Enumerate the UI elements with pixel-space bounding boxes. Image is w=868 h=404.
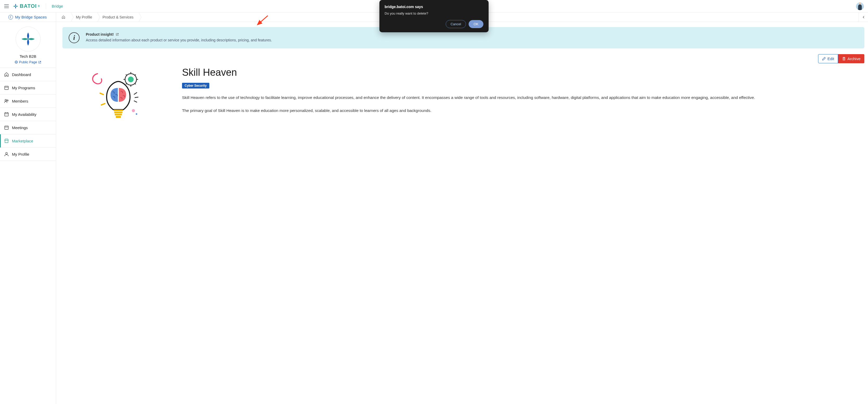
user-icon	[4, 152, 9, 156]
org-logo	[16, 27, 40, 52]
svg-rect-26	[115, 114, 122, 115]
sidebar-item-label: Dashboard	[12, 73, 31, 77]
action-bar: Edit Archive	[62, 54, 864, 63]
cancel-button[interactable]: Cancel	[446, 20, 466, 28]
product-detail: Skill Heaven Cyber Security Skill Heaven…	[182, 65, 864, 115]
svg-rect-7	[5, 113, 8, 116]
sidebar-item-label: Meetings	[12, 125, 28, 130]
edit-button[interactable]: Edit	[818, 54, 838, 63]
svg-point-6	[7, 100, 8, 101]
breadcrumb-label: My Profile	[76, 15, 92, 19]
sidebar-item-marketplace[interactable]: Marketplace	[0, 134, 56, 148]
sidebar-profile: Tech B2B Public Page	[0, 22, 56, 68]
insight-title: Product insight!	[86, 32, 272, 36]
app-name[interactable]: Bridge	[52, 4, 63, 8]
globe-icon	[14, 60, 18, 64]
product-title: Skill Heaven	[182, 67, 864, 78]
home-icon	[4, 72, 9, 77]
archive-button-label: Archive	[847, 57, 861, 61]
breadcrumb-item-products[interactable]: Product & Services	[97, 12, 138, 22]
sidebar-item-profile[interactable]: My Profile	[0, 148, 56, 161]
home-icon	[61, 16, 65, 19]
product-detail-row: Skill Heaven Cyber Security Skill Heaven…	[62, 65, 864, 126]
divider	[46, 3, 46, 9]
svg-line-22	[135, 75, 136, 76]
insight-title-text: Product insight!	[86, 32, 114, 36]
trash-icon	[842, 57, 846, 61]
users-icon	[4, 99, 9, 103]
external-link-icon[interactable]	[116, 33, 119, 36]
product-paragraph: The primary goal of Skill Heaven is to m…	[182, 107, 864, 115]
brand-logo[interactable]: BATOI®	[12, 3, 40, 9]
svg-point-13	[6, 152, 7, 154]
public-page-label: Public Page	[19, 60, 37, 64]
svg-point-29	[136, 113, 137, 115]
svg-line-19	[126, 75, 127, 76]
breadcrumb-home[interactable]	[56, 12, 71, 22]
sidebar-item-members[interactable]: Members	[0, 94, 56, 108]
breadcrumb-back-label: My Bridge Spaces	[15, 15, 47, 19]
dialog-origin: bridge.batoi.com says	[384, 5, 484, 9]
svg-rect-24	[114, 110, 123, 111]
breadcrumb-item-profile[interactable]: My Profile	[71, 12, 97, 22]
svg-point-23	[128, 77, 134, 82]
external-link-icon	[38, 61, 41, 64]
dialog-message: Do you really want to delete?	[384, 11, 484, 16]
breadcrumb-collapse[interactable]	[859, 12, 868, 22]
user-avatar[interactable]	[856, 2, 864, 10]
sidebar-item-availability[interactable]: My Availability	[0, 108, 56, 121]
edit-icon	[822, 57, 826, 61]
sidebar-item-label: My Availability	[12, 112, 36, 117]
insight-desc: Access detailed information about each p…	[86, 38, 272, 42]
product-illustration	[62, 65, 172, 126]
ok-button[interactable]: OK	[469, 20, 484, 28]
brand-logo-mark	[12, 3, 19, 9]
confirm-dialog: bridge.batoi.com says Do you really want…	[379, 0, 489, 32]
store-icon	[4, 139, 9, 143]
sidebar-item-label: My Programs	[12, 86, 35, 90]
sidebar-item-label: My Profile	[12, 152, 29, 156]
menu-toggle-icon[interactable]	[4, 4, 9, 8]
back-arrow-icon	[8, 15, 13, 20]
sidebar-item-label: Members	[12, 99, 28, 103]
chevron-left-icon	[862, 16, 865, 19]
calendar-icon	[4, 85, 9, 90]
product-paragraph: Skill Heaven refers to the use of techno…	[182, 94, 864, 102]
svg-rect-25	[114, 112, 122, 113]
sidebar-item-meetings[interactable]: Meetings	[0, 121, 56, 134]
svg-line-21	[126, 83, 127, 84]
svg-rect-3	[5, 86, 8, 90]
insight-body: Product insight! Access detailed informa…	[86, 32, 272, 42]
sidebar-item-dashboard[interactable]: Dashboard	[0, 68, 56, 81]
archive-button[interactable]: Archive	[838, 54, 864, 63]
svg-point-28	[132, 109, 135, 112]
breadcrumb-label: Product & Services	[102, 15, 133, 19]
main-content: i Product insight! Access detailed infor…	[56, 22, 868, 404]
public-page-link[interactable]: Public Page	[14, 60, 41, 64]
sidebar-item-label: Marketplace	[12, 139, 33, 143]
svg-rect-27	[116, 116, 121, 118]
calendar-icon	[4, 112, 9, 117]
top-bar-left: BATOI® Bridge	[4, 3, 63, 9]
product-tag: Cyber Security	[182, 83, 209, 88]
layout: Tech B2B Public Page Dashboard My	[0, 22, 868, 404]
breadcrumb-back[interactable]: My Bridge Spaces	[0, 12, 56, 22]
sidebar: Tech B2B Public Page Dashboard My	[0, 22, 56, 404]
dialog-actions: Cancel OK	[384, 20, 484, 28]
svg-line-20	[135, 83, 136, 84]
sidebar-item-programs[interactable]: My Programs	[0, 81, 56, 94]
edit-button-label: Edit	[828, 57, 834, 61]
brand-logo-text: BATOI	[20, 3, 37, 9]
svg-rect-11	[5, 126, 8, 129]
info-icon: i	[69, 32, 80, 43]
sidebar-nav: Dashboard My Programs Members My Availab…	[0, 68, 56, 161]
org-name: Tech B2B	[0, 54, 56, 59]
calendar-icon	[4, 125, 9, 130]
svg-point-5	[5, 99, 6, 101]
